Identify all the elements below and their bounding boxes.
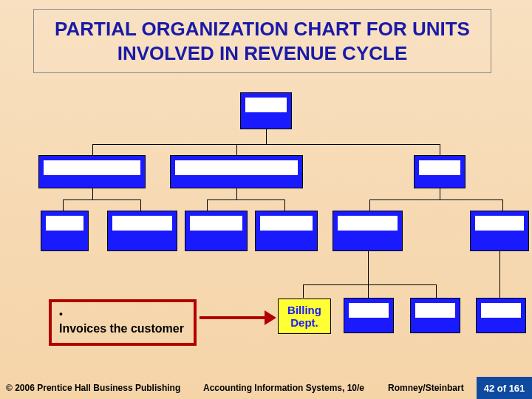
- org-node: [344, 298, 394, 333]
- org-node: [470, 211, 529, 251]
- org-chart: [0, 85, 532, 336]
- org-node: [476, 298, 526, 333]
- org-node: [332, 211, 403, 251]
- billing-label-line1: Billing: [287, 304, 321, 316]
- org-node: [41, 211, 89, 251]
- org-node: [185, 211, 248, 251]
- org-node: [255, 211, 318, 251]
- footer-book-title: Accounting Information Systems, 10/e: [203, 383, 388, 393]
- footer-authors: Romney/Steinbart: [388, 383, 477, 393]
- callout-box: • Invoices the customer: [49, 299, 197, 346]
- org-node-root: [240, 92, 292, 129]
- billing-label-line2: Dept.: [290, 316, 318, 329]
- org-node: [38, 155, 146, 188]
- footer-copyright: © 2006 Prentice Hall Business Publishing: [0, 383, 203, 393]
- bullet-text: Invoices the customer: [59, 321, 184, 335]
- arrow-head-icon: [265, 310, 276, 325]
- slide-title: PARTIAL ORGANIZATION CHART FOR UNITS INV…: [33, 9, 491, 73]
- org-node-billing: Billing Dept.: [278, 299, 331, 334]
- org-node: [170, 155, 303, 188]
- footer-page-number: 42 of 161: [477, 377, 532, 399]
- slide-footer: © 2006 Prentice Hall Business Publishing…: [0, 377, 532, 399]
- org-node: [107, 211, 177, 251]
- org-node: [414, 155, 466, 188]
- bullet-marker: •: [59, 308, 63, 320]
- org-node: [410, 298, 460, 333]
- arrow-shaft: [200, 316, 266, 319]
